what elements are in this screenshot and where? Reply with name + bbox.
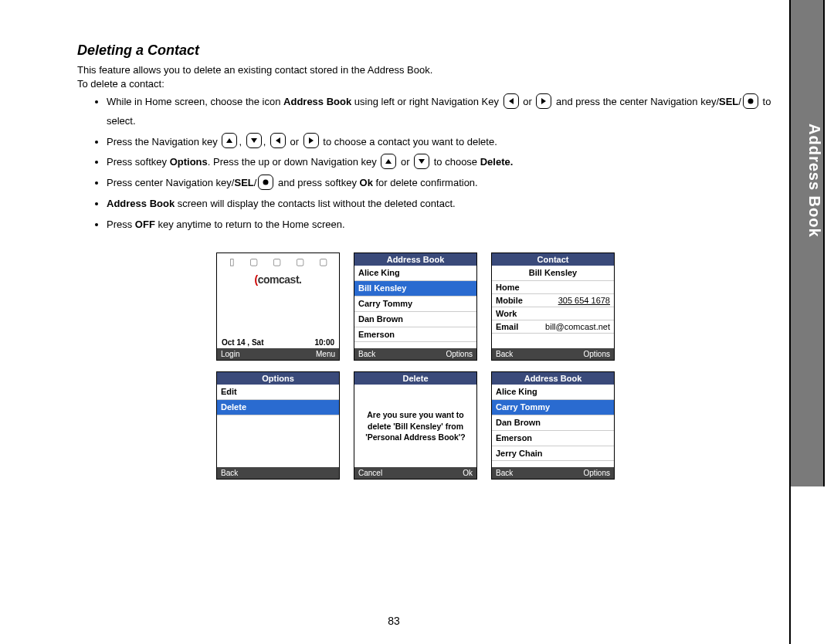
step-text: to choose <box>431 156 480 168</box>
nav-left-icon <box>270 133 286 148</box>
comcast-logo: comcast. <box>255 273 302 286</box>
contact-field-home[interactable]: Home <box>492 281 614 294</box>
contact-field-mobile[interactable]: Mobile 305 654 1678 <box>492 294 614 307</box>
screen-title: Options <box>217 372 339 385</box>
step-text: / <box>254 177 257 188</box>
list-item[interactable]: Emerson <box>354 327 476 343</box>
softkey-left[interactable]: Back <box>496 469 513 477</box>
screen-address-book-before: Address Book Alice King Bill Kensley Car… <box>354 253 477 361</box>
step-text: key anytime to return to the Home screen… <box>155 219 345 230</box>
confirm-body: Are you sure you want to delete 'Bill Ke… <box>354 385 476 467</box>
softkey-right[interactable]: Options <box>584 350 610 358</box>
nav-sel-icon <box>258 175 273 190</box>
option-edit[interactable]: Edit <box>217 385 339 400</box>
screen-options-menu: Options Edit Delete Back <box>216 371 340 480</box>
field-label: Mobile <box>496 296 523 305</box>
contact-name: Bill Kensley <box>492 266 614 281</box>
options-body: Edit Delete <box>217 385 339 467</box>
softkey-bar: Back Options <box>492 348 614 360</box>
step-text: for delete confirmation. <box>373 177 478 188</box>
screen-title: Contact <box>492 253 614 266</box>
note-icon: ▢ <box>273 256 281 267</box>
step-text: While in Home screen, choose the icon <box>107 96 283 107</box>
step-text: , <box>239 136 244 147</box>
nav-right-icon <box>536 93 551 109</box>
list-item[interactable]: Dan Brown <box>354 312 476 327</box>
step-5: Address Book screen will display the con… <box>107 195 780 214</box>
intro-text-1: This feature allows you to delete an exi… <box>77 63 780 77</box>
screen-title: Delete <box>354 372 476 385</box>
nav-left-icon <box>503 93 519 109</box>
screen-address-book-after: Address Book Alice King Carry Tommy Dan … <box>491 371 615 480</box>
step-text: Press softkey <box>107 156 170 168</box>
list-item[interactable]: Emerson <box>492 431 614 446</box>
list-item[interactable]: Jerry Chain <box>492 446 614 462</box>
softkey-right[interactable]: Options <box>584 469 610 477</box>
list-item[interactable]: Alice King <box>354 266 476 281</box>
softkey-left[interactable]: Login <box>221 350 239 358</box>
section-heading: Deleting a Contact <box>77 42 780 59</box>
step-3: Press softkey Options. Press the up or d… <box>107 153 780 172</box>
page-content: Deleting a Contact This feature allows y… <box>77 42 780 480</box>
mail-icon: ▢ <box>319 256 327 267</box>
softkey-right[interactable]: Ok <box>463 469 473 477</box>
list-item-selected[interactable]: Carry Tommy <box>492 400 614 415</box>
field-label: Home <box>496 283 520 292</box>
step-bold: Address Book <box>107 198 175 209</box>
nav-sel-icon <box>743 93 758 109</box>
nav-up-icon <box>222 133 237 148</box>
softkey-left[interactable]: Back <box>358 350 375 358</box>
softkey-left[interactable]: Back <box>221 469 238 477</box>
softkey-right[interactable]: Menu <box>316 350 335 358</box>
step-1: While in Home screen, choose the icon Ad… <box>107 93 780 130</box>
softkey-left[interactable]: Cancel <box>358 469 382 477</box>
softkey-bar: Back Options <box>354 348 476 360</box>
home-date: Oct 14 , Sat <box>222 338 263 347</box>
nav-down-icon <box>246 133 262 148</box>
step-bold: Options <box>170 156 208 168</box>
step-bold: SEL <box>719 96 738 107</box>
field-label: Email <box>496 322 518 331</box>
screen-delete-confirm: Delete Are you sure you want to delete '… <box>354 371 477 480</box>
step-text: screen will display the contacts list wi… <box>175 198 455 209</box>
softkey-left[interactable]: Back <box>496 350 513 358</box>
status-icons: ▯ ▢ ▢ ▢ ▢ <box>217 253 339 270</box>
step-bold: SEL <box>234 177 253 188</box>
contact-field-work[interactable]: Work <box>492 307 614 320</box>
softkey-right[interactable]: Options <box>446 350 473 358</box>
step-text: and press softkey <box>275 177 359 188</box>
screen-contact-detail: Contact Bill Kensley Home Mobile 305 654… <box>491 253 615 361</box>
step-text: Press the Navigation key <box>107 136 220 147</box>
intro-text-2: To delete a contact: <box>77 77 780 91</box>
list-item[interactable]: Alice King <box>492 385 614 400</box>
confirm-text: Are you sure you want to delete 'Bill Ke… <box>354 385 476 467</box>
softkey-bar: Back <box>217 467 339 479</box>
step-text: / <box>738 96 741 107</box>
list-item[interactable]: Dan Brown <box>492 415 614 431</box>
step-bold: Address Book <box>283 96 351 107</box>
step-bold: Delete. <box>480 156 514 168</box>
step-text: . Press the up or down Navigation key <box>208 156 380 168</box>
list-body: Alice King Carry Tommy Dan Brown Emerson… <box>492 385 614 467</box>
page-number: 83 <box>0 615 788 627</box>
list-item-selected[interactable]: Bill Kensley <box>354 281 476 297</box>
option-delete[interactable]: Delete <box>217 400 339 415</box>
field-value: 305 654 1678 <box>558 296 610 305</box>
softkey-bar: Back Options <box>492 467 614 479</box>
signal-icon: ▯ <box>229 256 235 267</box>
list-body: Alice King Bill Kensley Carry Tommy Dan … <box>354 266 476 348</box>
home-body: ▯ ▢ ▢ ▢ ▢ comcast. Oct 14 , Sat 10:00 <box>217 253 339 348</box>
field-label: Work <box>496 309 517 318</box>
step-bold: Ok <box>360 177 373 188</box>
step-2: Press the Navigation key , , or to choos… <box>107 133 780 152</box>
nav-down-icon <box>414 154 429 169</box>
step-6: Press OFF key anytime to return to the H… <box>107 215 780 235</box>
home-time: 10:00 <box>314 338 334 347</box>
softkey-bar: Cancel Ok <box>354 467 476 479</box>
list-item[interactable]: Carry Tommy <box>354 297 476 312</box>
step-text: , <box>263 136 269 147</box>
contact-field-email[interactable]: Email bill@comcast.net <box>492 320 614 334</box>
screen-home: ▯ ▢ ▢ ▢ ▢ comcast. Oct 14 , Sat 10:00 Lo… <box>216 253 340 361</box>
step-text: Press <box>107 219 135 230</box>
section-tab: Address Book <box>791 0 825 486</box>
